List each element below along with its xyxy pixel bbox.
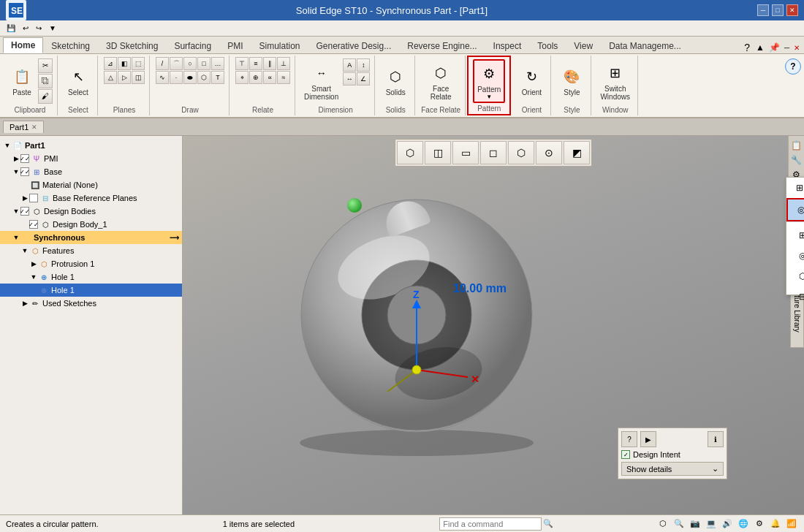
tab-sketching[interactable]: Sketching: [43, 38, 98, 53]
paste-button[interactable]: 📋 Paste: [7, 64, 37, 98]
ribbon-window-min[interactable]: ─: [783, 44, 791, 52]
view-btn-4[interactable]: ◻: [480, 141, 507, 164]
qa-dropdown-icon[interactable]: ▼: [47, 23, 58, 33]
switch-windows-button[interactable]: ⊞ SwitchWindows: [597, 60, 633, 102]
pattern-extra-1[interactable]: ⊞: [789, 225, 804, 246]
view-btn-2[interactable]: ◫: [425, 141, 451, 164]
app-logo[interactable]: SE: [6, 0, 26, 20]
sb-icon-1[interactable]: ⬡: [656, 517, 670, 531]
tab-home[interactable]: Home: [3, 37, 43, 53]
draw-point[interactable]: ·: [170, 71, 183, 84]
tree-item-base-ref-planes[interactable]: ▶ ⊟ Base Reference Planes: [0, 191, 182, 205]
di-help-button[interactable]: ?: [621, 431, 637, 447]
copy-button[interactable]: ⿻: [38, 74, 53, 88]
ribbon-collapse-icon[interactable]: ▲: [754, 42, 766, 53]
sb-icon-3[interactable]: 📷: [689, 517, 702, 531]
sb-icon-9[interactable]: 📶: [785, 517, 798, 531]
select-button[interactable]: ↖ Select: [64, 64, 93, 98]
tree-item-pmi[interactable]: ▶ ✓ Ψ PMI: [0, 152, 182, 165]
view-btn-3[interactable]: ▭: [452, 141, 479, 164]
smart-dimension-button[interactable]: ↔ SmartDimension: [301, 60, 341, 102]
plane-tool-4[interactable]: △: [104, 71, 117, 84]
format-painter-button[interactable]: 🖌: [38, 89, 53, 104]
tab-surfacing[interactable]: Surfacing: [166, 38, 219, 53]
view-btn-6[interactable]: ⊙: [536, 141, 562, 164]
sb-icon-4[interactable]: 💻: [705, 517, 718, 531]
draw-ellipse[interactable]: ⬬: [183, 71, 197, 84]
plane-tool-5[interactable]: ▷: [118, 71, 131, 84]
view-btn-7[interactable]: ◩: [564, 141, 590, 164]
part1-tab[interactable]: Part1 ✕: [3, 121, 44, 133]
tree-item-used-sketches[interactable]: ▶ ✏ Used Sketches: [0, 297, 182, 310]
draw-more[interactable]: …: [211, 57, 224, 70]
relate-2[interactable]: ≡: [249, 57, 262, 70]
tab-inspect[interactable]: Inspect: [485, 38, 530, 53]
di-info-button[interactable]: ℹ: [708, 431, 724, 447]
search-icon[interactable]: 🔍: [543, 519, 553, 528]
ribbon-window-close[interactable]: ✕: [792, 44, 801, 52]
tab-generative[interactable]: Generative Desig...: [308, 38, 400, 53]
relate-4[interactable]: ⊥: [277, 57, 290, 70]
tree-item-material[interactable]: 🔲 Material (None): [0, 178, 182, 191]
close-button[interactable]: ✕: [786, 4, 798, 16]
style-button[interactable]: 🎨 Style: [557, 64, 586, 98]
draw-arc[interactable]: ⌒: [170, 57, 183, 70]
tab-data-management[interactable]: Data Manageme...: [601, 38, 689, 53]
viewport[interactable]: ⬡ ◫ ▭ ◻ ⬡ ⊙ ◩: [183, 136, 804, 516]
draw-rect[interactable]: □: [197, 57, 211, 70]
tab-pmi[interactable]: PMI: [219, 38, 251, 53]
tab-view[interactable]: View: [566, 38, 601, 53]
solids-button[interactable]: ⬡ Solids: [381, 64, 410, 98]
dim-2[interactable]: ↕: [357, 58, 370, 72]
draw-polygon[interactable]: ⬡: [197, 71, 211, 84]
dim-1[interactable]: A: [343, 58, 356, 72]
side-icon-1[interactable]: 📋: [789, 139, 803, 152]
tree-item-hole1[interactable]: ▼ ⊕ Hole 1: [0, 270, 182, 284]
view-btn-1[interactable]: ⬡: [397, 141, 423, 164]
relate-3[interactable]: ∥: [263, 57, 276, 70]
tree-item-part1[interactable]: ▼ 📄 Part1: [0, 139, 182, 152]
plane-tool-6[interactable]: ◫: [132, 71, 145, 84]
qa-save-icon[interactable]: 💾: [4, 23, 18, 33]
sb-icon-5[interactable]: 🔊: [721, 517, 734, 531]
help-button[interactable]: ?: [785, 58, 801, 75]
draw-spline[interactable]: ∿: [156, 71, 169, 84]
draw-line[interactable]: /: [156, 57, 169, 70]
pattern-extra-2[interactable]: ◎: [789, 246, 804, 266]
minimize-button[interactable]: ─: [757, 4, 769, 16]
sb-icon-8[interactable]: 🔔: [769, 517, 782, 531]
ribbon-pin-icon[interactable]: 📌: [767, 42, 781, 53]
plane-tool-3[interactable]: ⬚: [132, 57, 145, 70]
tree-item-features[interactable]: ▼ ⬡ Features: [0, 244, 182, 257]
command-search-input[interactable]: [439, 517, 542, 531]
relate-1[interactable]: ⊤: [235, 57, 249, 70]
dim-4[interactable]: ∠: [357, 72, 370, 86]
design-intent-checkbox[interactable]: ✓: [621, 450, 630, 459]
sb-icon-6[interactable]: 🌐: [737, 517, 750, 531]
tree-item-protrusion1[interactable]: ▶ ⬡ Protrusion 1: [0, 257, 182, 270]
draw-circle[interactable]: ○: [183, 57, 197, 70]
cut-button[interactable]: ✂: [38, 58, 53, 73]
relate-6[interactable]: ⊕: [249, 71, 262, 84]
relate-8[interactable]: ≈: [277, 71, 290, 84]
dim-3[interactable]: ↔: [343, 72, 356, 86]
sb-icon-7[interactable]: ⚙: [753, 517, 766, 531]
orient-button[interactable]: ↻ Orient: [517, 64, 546, 98]
tab-reverse[interactable]: Reverse Engine...: [399, 38, 485, 53]
pattern-extra-4[interactable]: ⊟: [789, 286, 804, 307]
relate-5[interactable]: ⌖: [235, 71, 249, 84]
tree-item-base[interactable]: ▼ ✓ ⊞ Base: [0, 165, 182, 178]
sb-icon-2[interactable]: 🔍: [672, 517, 686, 531]
plane-tool-2[interactable]: ◧: [118, 57, 131, 70]
pattern-button[interactable]: ⚙ Pattern ▼: [473, 59, 505, 103]
plane-tool-1[interactable]: ⊿: [104, 57, 117, 70]
relate-7[interactable]: ∝: [263, 71, 276, 84]
tab-simulation[interactable]: Simulation: [251, 38, 308, 53]
part1-tab-close[interactable]: ✕: [31, 123, 37, 131]
tab-3d-sketching[interactable]: 3D Sketching: [98, 38, 166, 53]
qa-undo-icon[interactable]: ↩: [20, 23, 31, 33]
pattern-extra-3[interactable]: ⬡: [789, 266, 804, 286]
draw-text[interactable]: T: [211, 71, 224, 84]
di-play-button[interactable]: ▶: [640, 431, 656, 447]
pattern-rectangular-item[interactable]: ⊞ Rectangular: [786, 178, 804, 198]
